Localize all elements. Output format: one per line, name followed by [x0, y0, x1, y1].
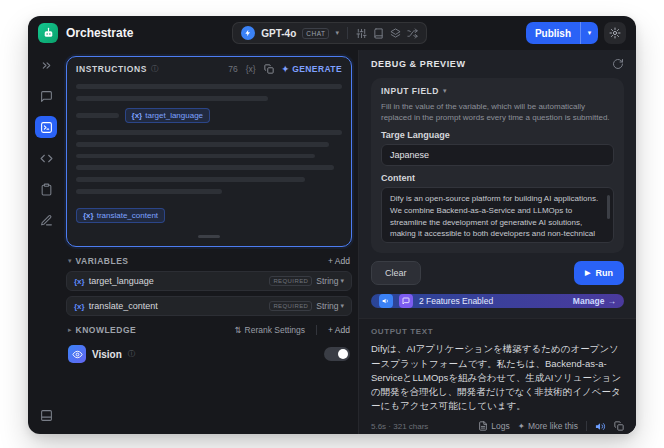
- variable-type-select[interactable]: String ▾: [316, 276, 344, 286]
- input-field-title: INPUT FIELD: [381, 86, 439, 96]
- refresh-icon[interactable]: [612, 58, 624, 70]
- manage-features-button[interactable]: Manage →: [573, 296, 616, 306]
- content-textarea[interactable]: Dify is an open-source platform for buil…: [381, 187, 614, 243]
- model-params-sliders-icon[interactable]: [356, 28, 367, 39]
- layers-icon[interactable]: [390, 28, 401, 39]
- variables-title: VARIABLES: [76, 256, 129, 266]
- skeleton-line: [76, 154, 315, 159]
- speaker-icon[interactable]: [595, 421, 606, 432]
- orchestrate-column: INSTRUCTIONS ⓘ 76 {x} ✦ GENERATE: [64, 50, 358, 434]
- sparkle-icon: ✦: [282, 64, 290, 74]
- page-title: Orchestrate: [66, 26, 133, 40]
- features-enabled-text: 2 Features Enabled: [419, 296, 493, 306]
- info-icon: ⓘ: [128, 349, 136, 359]
- divider: [316, 325, 317, 335]
- variable-icon: {x}: [74, 302, 85, 311]
- sidebar-item-chat[interactable]: [35, 85, 57, 107]
- rerank-settings-button[interactable]: ⇅ Rerank Settings: [234, 325, 305, 335]
- variable-type-label: String: [316, 276, 338, 286]
- variable-chip-label: translate_content: [97, 211, 158, 220]
- sidebar-item-orchestrate[interactable]: [35, 116, 57, 138]
- divider: [586, 421, 587, 431]
- publish-chevron-down-icon[interactable]: ▾: [580, 22, 598, 44]
- variables-header: ▾ VARIABLES + Add: [66, 256, 352, 266]
- instructions-header: INSTRUCTIONS ⓘ 76 {x} ✦ GENERATE: [67, 57, 351, 78]
- features-enabled-bar[interactable]: 2 Features Enabled Manage →: [371, 294, 624, 308]
- vision-eye-icon: [68, 345, 86, 363]
- run-label: Run: [596, 268, 614, 278]
- chevron-down-icon: ▾: [340, 302, 344, 310]
- publish-button[interactable]: Publish ▾: [526, 22, 598, 44]
- app-logo-robot-icon[interactable]: [38, 23, 58, 43]
- resize-handle[interactable]: [198, 235, 220, 238]
- vision-toggle[interactable]: [324, 347, 350, 361]
- logs-button[interactable]: Logs: [478, 421, 509, 431]
- target-language-value: Japanese: [390, 150, 429, 160]
- page-background: Orchestrate GPT-4o CHAT ▾: [0, 0, 664, 448]
- model-provider-icon: [241, 26, 255, 40]
- variable-row-target-language[interactable]: {x} target_language REQUIRED String ▾: [66, 271, 352, 291]
- divider: [347, 27, 348, 39]
- skeleton-line: [76, 165, 334, 170]
- vision-feature-row: Vision ⓘ: [66, 345, 352, 363]
- layout-panel-icon[interactable]: [35, 404, 57, 426]
- model-selector[interactable]: GPT-4o CHAT ▾: [232, 22, 427, 44]
- chevron-right-icon[interactable]: ▸: [68, 326, 72, 334]
- input-field-description: Fill in the value of the variable, which…: [381, 101, 614, 123]
- app-settings-button[interactable]: [604, 22, 626, 44]
- skeleton-line: [76, 113, 119, 118]
- instructions-char-count: 76: [228, 64, 237, 74]
- variable-icon: {x}: [132, 111, 143, 120]
- instructions-editor[interactable]: {x} target_language {: [67, 78, 351, 246]
- output-footer: 5.6s · 321 chars Logs ✦ More like this: [371, 421, 624, 432]
- more-like-this-label: More like this: [528, 421, 578, 431]
- collapse-sidebar-icon[interactable]: [35, 54, 57, 76]
- variable-type-select[interactable]: String ▾: [316, 301, 344, 311]
- copy-icon[interactable]: [264, 64, 274, 74]
- variable-chip-label: target_language: [145, 111, 203, 120]
- add-variable-button[interactable]: + Add: [328, 256, 350, 266]
- arrow-right-icon: →: [608, 296, 617, 306]
- chevron-down-icon[interactable]: ▾: [68, 257, 72, 265]
- input-field-collapse[interactable]: INPUT FIELD ▾: [381, 86, 614, 96]
- variable-row-translate-content[interactable]: {x} translate_content REQUIRED String ▾: [66, 296, 352, 316]
- clear-button[interactable]: Clear: [371, 261, 421, 285]
- shuffle-icon[interactable]: [407, 28, 418, 39]
- copy-icon[interactable]: [614, 421, 624, 431]
- model-name: GPT-4o: [261, 28, 296, 39]
- vision-label: Vision: [92, 349, 122, 360]
- more-like-this-button[interactable]: ✦ More like this: [518, 421, 578, 431]
- skeleton-line: [76, 130, 342, 135]
- speech-feature-icon: [379, 294, 393, 308]
- knowledge-header: ▸ KNOWLEDGE ⇅ Rerank Settings + Add: [66, 325, 352, 335]
- generate-button[interactable]: ✦ GENERATE: [282, 64, 342, 74]
- knowledge-title: KNOWLEDGE: [76, 325, 137, 335]
- variable-chip-translate-content[interactable]: {x} translate_content: [76, 208, 165, 223]
- variable-icon[interactable]: {x}: [246, 64, 256, 74]
- run-button[interactable]: ▶ Run: [574, 261, 624, 285]
- debug-header: DEBUG & PREVIEW: [371, 58, 624, 70]
- variable-chip-target-language[interactable]: {x} target_language: [125, 108, 211, 123]
- sidebar-item-annotation[interactable]: [35, 209, 57, 231]
- rerank-label: Rerank Settings: [245, 325, 305, 335]
- instructions-panel[interactable]: INSTRUCTIONS ⓘ 76 {x} ✦ GENERATE: [66, 56, 352, 247]
- toggle-knob: [338, 349, 348, 359]
- manage-label: Manage: [573, 296, 605, 306]
- debug-preview-panel: DEBUG & PREVIEW INPUT FIELD ▾ Fill in th…: [358, 50, 636, 434]
- output-meta: 5.6s · 321 chars: [371, 422, 428, 431]
- add-knowledge-button[interactable]: + Add: [328, 325, 350, 335]
- topbar: Orchestrate GPT-4o CHAT ▾: [28, 16, 636, 50]
- publish-label: Publish: [526, 22, 580, 44]
- output-title: OUTPUT TEXT: [371, 327, 624, 336]
- required-badge: REQUIRED: [269, 276, 312, 286]
- output-section: OUTPUT TEXT Difyは、AIアプリケーションを構築するためのオープン…: [359, 318, 636, 434]
- sidebar-item-code[interactable]: [35, 147, 57, 169]
- info-icon: ⓘ: [151, 64, 159, 74]
- target-language-input[interactable]: Japanese: [381, 144, 614, 166]
- variable-name: translate_content: [89, 301, 158, 311]
- sidebar-item-logs[interactable]: [35, 178, 57, 200]
- prompt-book-icon[interactable]: [373, 28, 384, 39]
- suggestion-feature-icon: [399, 294, 413, 308]
- chevron-down-icon: ▾: [335, 29, 339, 37]
- input-field-card: INPUT FIELD ▾ Fill in the value of the v…: [371, 78, 624, 253]
